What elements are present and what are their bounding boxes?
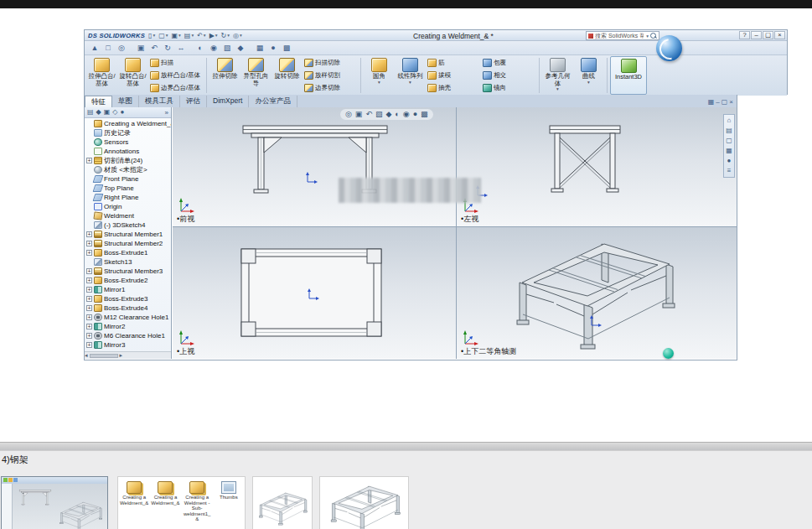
help-button[interactable]: ? — [739, 31, 750, 39]
appearance-icon[interactable]: ● — [413, 110, 417, 119]
zoom-fit-icon[interactable]: ◎ — [345, 110, 352, 119]
boundary-cut-button[interactable]: 边界切除 — [304, 82, 356, 93]
tree-item[interactable]: + Boss-Extrude4 — [86, 303, 171, 313]
restore-button[interactable]: ▢ — [763, 31, 773, 39]
save-icon[interactable]: ▣▾ — [170, 31, 183, 40]
minimize-button[interactable]: – — [751, 31, 762, 39]
restore-doc-icon[interactable]: ▢ — [721, 98, 728, 106]
dimxpertmanager-tab-icon[interactable]: ◇ — [112, 108, 117, 117]
propertymanager-tab-icon[interactable]: ◆ — [96, 108, 101, 117]
tree-item[interactable]: + Boss-Extrude2 — [86, 276, 171, 285]
command-manager-tab[interactable]: 特征 — [85, 96, 112, 107]
linear-pattern-button[interactable]: 线性阵列 ▾ — [395, 56, 426, 95]
tree-item[interactable]: + 历史记录 — [86, 128, 171, 137]
viewport-left[interactable]: •左视 — [457, 107, 737, 227]
expander-icon[interactable]: + — [86, 324, 92, 329]
file-item[interactable]: Thumbs — [215, 481, 243, 522]
tree-horizontal-scrollbar[interactable]: ◂ ▸ — [85, 351, 171, 359]
help-bubble-icon[interactable] — [663, 348, 674, 359]
tree-item[interactable]: + Weldment — [86, 211, 171, 220]
file-explorer-icon[interactable]: ▢ — [726, 137, 732, 145]
view-orientation-icon[interactable]: ◆ — [385, 110, 391, 119]
tree-item[interactable]: + M12 Clearance Hole1 — [86, 313, 171, 322]
tree-item[interactable]: + Structural Member3 — [86, 267, 171, 276]
featuremanager-tab-icon[interactable]: ▤ — [87, 108, 94, 117]
minimize-doc-icon[interactable]: – — [716, 98, 719, 106]
shadows-icon[interactable]: ▦ — [253, 43, 266, 54]
lofted-boss-button[interactable]: 放样凸台/基体 — [150, 70, 202, 80]
file-thumbnail-model-2[interactable] — [319, 476, 409, 529]
command-manager-tab[interactable]: 评估 — [180, 96, 207, 107]
command-manager-tab[interactable]: 模具工具 — [139, 96, 180, 107]
swept-cut-button[interactable]: 扫描切除 — [304, 58, 356, 69]
hide-show-icon[interactable]: ◉ — [207, 43, 220, 54]
expander-icon[interactable]: + — [86, 296, 92, 302]
tree-item[interactable]: + Sensors — [86, 137, 171, 147]
options-icon[interactable]: ◎▾ — [231, 31, 244, 40]
file-thumbnail-folder-view[interactable]: Creating a Weldment_& Creating a Weldmen… — [117, 476, 246, 529]
shell-button[interactable]: 抽壳 — [427, 82, 479, 93]
intersect-button[interactable]: 相交 — [483, 70, 535, 80]
tree-item[interactable]: + 切割清单(24) — [86, 156, 171, 165]
search-box[interactable]: 搜索 SolidWorks 帮助 ▾ — [586, 31, 659, 40]
close-button[interactable]: × — [774, 31, 785, 39]
extruded-boss-base-button[interactable]: 拉伸凸台/基体 — [86, 56, 117, 95]
viewport-grid-icon[interactable]: ▦ — [708, 98, 715, 106]
expander-icon[interactable]: + — [86, 231, 92, 237]
expander-icon[interactable]: + — [86, 158, 92, 163]
revolved-boss-base-button[interactable]: 旋转凸台/基体 — [117, 56, 148, 95]
tree-item[interactable]: + Mirror1 — [86, 285, 171, 294]
expander-icon[interactable]: + — [86, 268, 92, 274]
file-item[interactable]: Creating a Weldment -Sub-weldment1_& — [183, 481, 212, 522]
viewport-top[interactable]: •上视 — [173, 227, 457, 359]
expander-icon[interactable]: + — [86, 241, 92, 246]
scroll-left-icon[interactable]: ◂ — [85, 352, 88, 359]
hide-show-icon[interactable]: ◉ — [403, 110, 410, 119]
display-style-icon[interactable]: ◐ — [194, 43, 207, 54]
custom-properties-icon[interactable]: ≡ — [727, 167, 732, 175]
scene-icon[interactable]: ▩ — [280, 43, 293, 54]
design-library-icon[interactable]: ▤ — [726, 127, 732, 135]
file-thumbnail-screenshot[interactable] — [1, 476, 108, 529]
zoom-area-icon[interactable]: ▣ — [134, 43, 147, 54]
tree-item[interactable]: + Sketch13 — [86, 257, 171, 267]
hole-wizard-button[interactable]: 异型孔向导 — [240, 56, 272, 95]
section-view-icon[interactable]: ▧ — [220, 43, 234, 54]
draft-button[interactable]: 拔模 — [427, 70, 479, 80]
scrollbar-thumb[interactable] — [90, 354, 118, 358]
expander-icon[interactable]: + — [86, 250, 92, 256]
tree-item[interactable]: + Right Plane — [86, 193, 171, 202]
expander-icon[interactable]: + — [86, 333, 92, 339]
zoom-area-icon[interactable]: ▣ — [355, 110, 363, 119]
expander-icon[interactable]: + — [86, 342, 92, 348]
reference-geometry-button[interactable]: 参考几何体 ▾ — [542, 56, 573, 95]
scene-icon[interactable]: ▩ — [421, 110, 428, 119]
expander-icon[interactable]: + — [86, 277, 92, 283]
instant3d-button[interactable]: Instant3D — [610, 56, 647, 95]
view-palette-icon[interactable]: ▦ — [726, 147, 732, 155]
select-icon[interactable]: ▶▾ — [208, 31, 220, 40]
expander-icon[interactable]: + — [86, 287, 92, 293]
tree-item[interactable]: + Top Plane — [86, 184, 171, 193]
viewport-isometric[interactable]: •上下二等角轴测 — [457, 227, 737, 359]
expander-icon[interactable]: + — [86, 314, 92, 320]
rib-button[interactable]: 筋 — [427, 58, 479, 69]
rebuild-icon[interactable]: ↻▾ — [220, 31, 231, 40]
undo-icon[interactable]: ↶▾ — [195, 31, 207, 40]
command-manager-tab[interactable]: 草图 — [112, 96, 139, 107]
tree-item[interactable]: + Boss-Extrude3 — [86, 294, 171, 303]
fillet-button[interactable]: 圆角 ▾ — [364, 56, 395, 95]
tree-item[interactable]: + Mirror3 — [86, 340, 171, 350]
rotate-view-icon[interactable]: ↻ — [161, 43, 174, 54]
tree-item[interactable]: + Annotations — [86, 147, 171, 156]
file-thumbnail-model-1[interactable] — [252, 476, 313, 529]
appearances-scenes-icon[interactable]: ● — [727, 157, 732, 165]
box-select-icon[interactable]: □ — [101, 43, 115, 54]
tree-item[interactable]: + 材质 <未指定> — [86, 165, 171, 174]
viewport-front[interactable]: •前视 — [173, 107, 457, 227]
swept-boss-button[interactable]: 扫描 — [150, 58, 202, 69]
tree-item[interactable]: + Structural Member1 — [86, 230, 171, 239]
tree-item[interactable]: + Boss-Extrude1 — [86, 248, 171, 257]
view-orientation-icon[interactable]: ◆ — [234, 43, 247, 54]
close-doc-icon[interactable]: × — [729, 98, 733, 106]
